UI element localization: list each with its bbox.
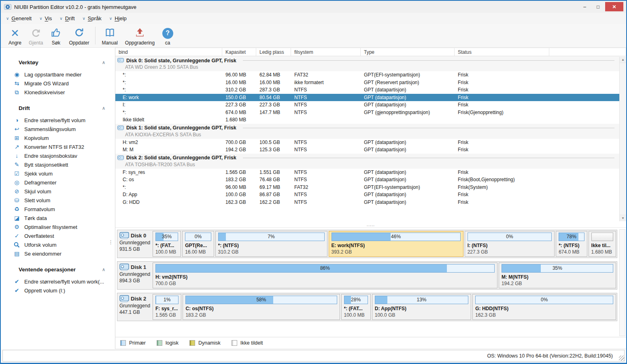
redo-button[interactable]: Gjenta — [25, 24, 47, 47]
column-header-bind[interactable]: bind — [115, 48, 222, 56]
partition-block-ntfs[interactable]: 7%*: (NTFS)310.2 GB — [215, 231, 327, 257]
panels-vertical-scrollbar[interactable] — [619, 229, 625, 336]
sidebar-item-slett-volum[interactable]: ⛁Slett volum — [1, 196, 115, 205]
about-button[interactable]: ?ca — [158, 24, 177, 47]
sidebar-section-header-ventende-operasjoner[interactable]: Ventende operasjoner∧ — [1, 265, 115, 274]
upgrade-button[interactable]: Oppgradering — [121, 24, 158, 47]
cell-fs: NTFS — [291, 101, 361, 109]
menu-spr-k[interactable]: ∨Språk — [83, 15, 102, 21]
scroll-up-icon[interactable]: ▲ — [620, 57, 626, 63]
manual-button[interactable]: Manual — [98, 24, 121, 47]
sidebar-item-label: Migrate OS Wizard — [24, 80, 69, 87]
sidebar-item-defragmenter[interactable]: ◎Defragmenter — [1, 178, 115, 187]
partition-block-fat[interactable]: 35%*: (FAT...100.0 MB — [153, 231, 181, 257]
table-row[interactable]: *:16.00 MB16.00 MBikke formatertGPT (Res… — [115, 79, 619, 87]
pane-splitter-handle[interactable]: ..... — [115, 221, 626, 228]
disk-info-disk-2[interactable]: Disk 2Grunnleggend447.1 GB — [118, 294, 151, 320]
column-header-kapasitet[interactable]: Kapasitet — [222, 48, 256, 56]
partition-block-g-hdd-ntfs[interactable]: 0%G: HDD(NTFS)162.3 GB — [472, 294, 616, 320]
sidebar-item-formatvolum[interactable]: ♻Formatvolum — [1, 205, 115, 214]
table-row[interactable]: *:310.2 GB287.3 GBNTFSGPT (datapartisjon… — [115, 86, 619, 94]
partition-block-i-ntfs[interactable]: 0%I: (NTFS)227.3 GB — [465, 231, 555, 257]
table-row[interactable]: H: vm2700.0 GB100.5 GBNTFSGPT (dataparti… — [115, 139, 619, 146]
column-header-status[interactable]: Status — [455, 48, 549, 56]
column-header-filsystem[interactable]: filsystem — [291, 48, 361, 56]
cell-ledig: 147.7 MB — [256, 109, 291, 116]
divider — [243, 60, 614, 61]
table-row[interactable]: G: HDD162.3 GB162.2 GBNTFSGPT (dataparti… — [115, 199, 619, 206]
sidebar-item-optimaliser-filsystemet[interactable]: ⚙Optimaliser filsystemet — [1, 222, 115, 231]
sidebar-item-endre-st-rrelse-flytt-volum[interactable]: ◑Endre størrelse/flytt volum — [1, 116, 115, 125]
disk-group-header-0[interactable]: Disk 0: Solid state, Grunnleggende GPT, … — [115, 56, 619, 71]
minimize-button[interactable]: – — [578, 2, 591, 11]
maximize-button[interactable]: □ — [592, 2, 604, 11]
app-icon — [4, 4, 11, 10]
sidebar-item-endre-stasjonsbokstav[interactable]: ↓Endre stasjonsbokstav — [1, 151, 115, 160]
column-header-type[interactable]: Type — [361, 48, 455, 56]
table-row[interactable]: *:96.00 MB69.17 MBFAT32GPT(EFI-systempar… — [115, 184, 619, 191]
toolbar-button-label: Angre — [9, 40, 21, 46]
partition-block-f-sys-r[interactable]: 1%F: sys_r...1.565 GB — [153, 294, 181, 320]
disk-group-header-2[interactable]: Disk 2: Solid state, Grunnleggende GPT, … — [115, 154, 619, 169]
table-row[interactable]: F: sys_res1.565 GB1.551 GBNTFSGPT (datap… — [115, 169, 619, 176]
sidebar-item-utforsk-volum[interactable]: Utforsk volum — [1, 240, 115, 249]
partition-label: M: M(NTFS) — [502, 274, 613, 280]
sidebar-item-se-eiendommer[interactable]: ▤Se eiendommer — [1, 249, 115, 258]
sidebar-item-overflatetest[interactable]: ✓Overflatetest — [1, 231, 115, 240]
table-row[interactable]: *:674.0 MB147.7 MBNTFSGPT (gjenopprettin… — [115, 109, 619, 116]
disk-info-disk-0[interactable]: Disk 0Grunnleggend931.5 GB — [118, 231, 151, 257]
table-row[interactable]: C: os183.2 GB76.48 GBNTFSGPT (datapartis… — [115, 176, 619, 184]
menu-drift[interactable]: ∨Drift — [60, 15, 74, 21]
menu-hjelp[interactable]: ∨Hjelp — [109, 15, 127, 21]
sidebar-section-header-verkt-y[interactable]: Verktøy∧ — [1, 58, 115, 67]
column-header-blank[interactable] — [549, 48, 626, 56]
table-row[interactable]: D: App100.0 GB86.87 GBNTFSGPT (dataparti… — [115, 191, 619, 199]
resize-grip[interactable] — [619, 356, 624, 361]
partition-block-c-os-ntfs[interactable]: 58%C: os(NTFS)183.2 GB — [183, 294, 340, 320]
partition-block-ikke-til[interactable]: Ikke til...1.680 MB — [589, 231, 616, 257]
sidebar-item-konverter-ntfs-til-fat32[interactable]: ↗Konverter NTFS til FAT32 — [1, 142, 115, 151]
sidebar-item-klonediskveiviser[interactable]: ⧉Klonediskveiviser — [1, 88, 115, 97]
partition-block-fat[interactable]: 28%*: (FAT...100.0 MB — [341, 294, 371, 320]
sidebar-item-opprett-volum-i[interactable]: ✔Opprett volum (I:) — [1, 286, 115, 295]
delete-volume-icon: ⛁ — [13, 197, 20, 203]
sidebar-item-skjul-volum[interactable]: ⊘Skjul volum — [1, 187, 115, 196]
table-row[interactable]: E: work150.0 GB80.54 GBNTFSGPT (datapart… — [115, 94, 619, 102]
undo-button[interactable]: ✕Angre — [5, 24, 25, 47]
menu-generelt[interactable]: ∨Generelt — [6, 15, 32, 21]
sidebar-item-sjekk-volum[interactable]: ☑Sjekk volum — [1, 169, 115, 178]
refresh-button[interactable]: Oppdater — [65, 24, 93, 47]
table-row[interactable]: *:96.00 MB62.84 MBFAT32GPT(EFI-systempar… — [115, 71, 619, 79]
partition-block-e-work-ntfs[interactable]: 46%E: work(NTFS)393.2 GB — [329, 231, 463, 257]
menu-vis[interactable]: ∨Vis — [39, 15, 52, 21]
partition-block-gpt-re[interactable]: 0%GPT(Re...16.00 MB — [182, 231, 214, 257]
disk-info-disk-1[interactable]: Disk 1Grunnleggend894.3 GB — [118, 262, 151, 288]
search-button[interactable]: Søk — [47, 24, 65, 47]
sidebar-item-migrate-os-wizard[interactable]: ⇆Migrate OS Wizard — [1, 79, 115, 88]
disk-group-header-1[interactable]: Disk 1: Solid state, Grunnleggende GPT, … — [115, 124, 619, 139]
partition-block-h-vm2-ntfs[interactable]: 86%H: vm2(NTFS)700.0 GB — [153, 262, 497, 288]
disc-icon: ◉ — [13, 71, 20, 78]
partition-block-ntfs[interactable]: 78%*: (NTFS)674.0 MB — [556, 231, 587, 257]
cell-ledig: 69.17 MB — [256, 184, 291, 191]
sidebar-item-kopivolum[interactable]: ⊞Kopivolum — [1, 133, 115, 142]
sidebar-item-label: Se eiendommer — [24, 251, 62, 257]
sidebar-section-header-drift[interactable]: Drift∧ — [1, 104, 115, 112]
scroll-down-icon[interactable]: ▼ — [620, 215, 626, 221]
table-row[interactable]: M: M194.2 GB125.3 GBNTFSGPT (datapartisj… — [115, 146, 619, 154]
table-row[interactable]: I:227.3 GB227.3 GBNTFSGPT (datapartisjon… — [115, 101, 619, 109]
sidebar-item-t-rk-data[interactable]: ◪Tørk data — [1, 214, 115, 222]
partition-block-d-app-ntfs[interactable]: 13%D: App(NTFS)100.0 GB — [372, 294, 471, 320]
sidebar-splitter-handle[interactable]: ⋮ — [108, 241, 113, 243]
table-vertical-scrollbar[interactable]: ▲ ▼ — [619, 57, 626, 221]
sidebar-item-endre-st-rrelse-flytt-volum-work[interactable]: ✔Endre størrelse/flytt volum work(... — [1, 277, 115, 286]
sidebar-item-lag-oppstartbare-medier[interactable]: ◉Lag oppstartbare medier — [1, 70, 115, 79]
sidebar-item-bytt-stasjonsetikett[interactable]: ✎Bytt stasjonsetikett — [1, 160, 115, 169]
partition-size: 310.2 GB — [218, 249, 325, 255]
partition-block-m-m-ntfs[interactable]: 35%M: M(NTFS)194.2 GB — [499, 262, 616, 288]
table-row[interactable]: Ikke tildelt1.680 MB — [115, 116, 619, 124]
sidebar-item-sammensl-ingsvolum[interactable]: ↩Sammenslåingsvolum — [1, 125, 115, 133]
usage-percent-label: 78% — [559, 233, 584, 241]
column-header-ledig-plass[interactable]: Ledig plass — [256, 48, 291, 56]
close-button[interactable]: ✕ — [605, 2, 623, 11]
